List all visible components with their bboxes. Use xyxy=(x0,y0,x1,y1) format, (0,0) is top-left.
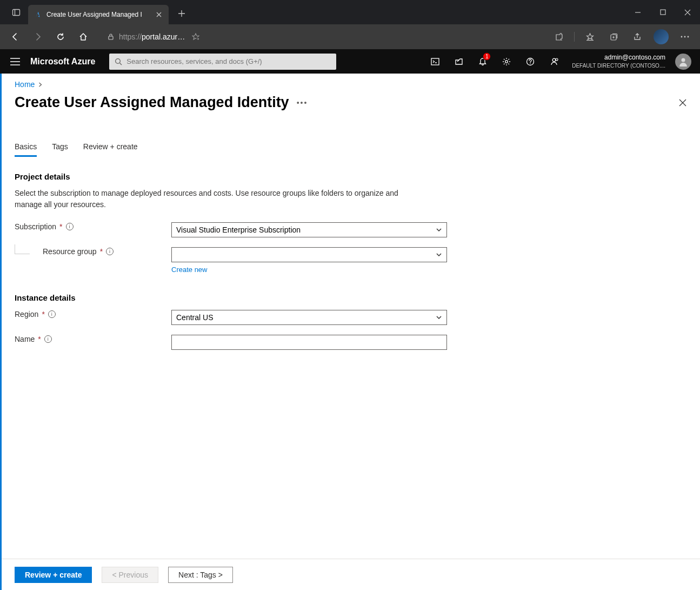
project-details-description: Select the subscription to manage deploy… xyxy=(15,188,425,210)
svg-rect-2 xyxy=(661,10,665,15)
azure-favicon-icon xyxy=(34,10,42,19)
share-icon[interactable] xyxy=(626,26,648,48)
azure-search[interactable] xyxy=(109,54,336,70)
svg-point-15 xyxy=(682,58,685,62)
azure-toolbar: 1 admin@contoso.com DEFAULT DIRECTORY (C… xyxy=(426,52,691,71)
browser-titlebar: Create User Assigned Managed I xyxy=(0,0,700,24)
tab-title: Create User Assigned Managed I xyxy=(46,11,150,18)
required-asterisk: * xyxy=(100,247,103,256)
create-new-link[interactable]: Create new xyxy=(171,266,447,274)
tab-sidebar-button[interactable] xyxy=(4,1,28,24)
svg-rect-0 xyxy=(13,10,20,16)
tab-tags[interactable]: Tags xyxy=(52,142,68,157)
nav-home-button[interactable] xyxy=(72,26,94,48)
resource-group-row: Resource group * i Create new xyxy=(15,247,687,274)
instance-details-heading: Instance details xyxy=(15,293,687,302)
resource-group-label: Resource group * i xyxy=(15,247,171,256)
svg-point-13 xyxy=(552,58,556,62)
region-row: Region * i Central US xyxy=(15,310,687,325)
info-icon[interactable]: i xyxy=(106,248,114,255)
toolbar-divider xyxy=(574,32,575,42)
close-blade-button[interactable] xyxy=(678,98,687,107)
resource-group-dropdown[interactable] xyxy=(171,247,447,262)
next-button[interactable]: Next : Tags > xyxy=(168,567,233,583)
nav-forward-button[interactable] xyxy=(27,26,49,48)
subscription-dropdown[interactable]: Visual Studio Enterprise Subscription xyxy=(171,222,447,237)
browser-tab[interactable]: Create User Assigned Managed I xyxy=(28,5,169,24)
settings-icon[interactable] xyxy=(497,52,516,71)
indent-line xyxy=(15,244,30,254)
window-close-button[interactable] xyxy=(675,0,700,24)
name-row: Name * i xyxy=(15,335,687,350)
project-details-heading: Project details xyxy=(15,172,687,181)
azure-brand[interactable]: Microsoft Azure xyxy=(30,57,95,67)
account-avatar[interactable] xyxy=(675,54,691,70)
window-minimize-button[interactable] xyxy=(625,0,650,24)
window-maximize-button[interactable] xyxy=(650,0,675,24)
region-dropdown[interactable]: Central US xyxy=(171,310,447,325)
lock-icon xyxy=(107,33,115,41)
svg-point-9 xyxy=(116,58,121,63)
cloud-shell-icon[interactable] xyxy=(426,52,444,71)
form-tabs: Basics Tags Review + create xyxy=(15,142,687,157)
account-email: admin@contoso.com xyxy=(572,54,665,62)
nav-refresh-button[interactable] xyxy=(50,26,71,48)
browser-menu-button[interactable] xyxy=(674,26,696,48)
region-label: Region * i xyxy=(15,310,171,319)
portal-menu-button[interactable] xyxy=(9,58,22,65)
toolbar-right xyxy=(548,26,696,48)
page-head: Create User Assigned Managed Identity ••… xyxy=(15,94,687,111)
nav-back-button[interactable] xyxy=(4,26,26,48)
name-label: Name * i xyxy=(15,335,171,343)
new-tab-button[interactable] xyxy=(173,5,190,22)
tab-strip: Create User Assigned Managed I xyxy=(0,0,190,24)
breadcrumb: Home xyxy=(15,80,687,89)
chevron-down-icon xyxy=(436,227,442,233)
tab-close-button[interactable] xyxy=(155,10,163,19)
svg-rect-3 xyxy=(109,36,113,39)
window-controls xyxy=(625,0,700,24)
collections-icon[interactable] xyxy=(603,26,624,48)
required-asterisk: * xyxy=(59,222,62,231)
chevron-right-icon xyxy=(38,82,43,87)
svg-point-7 xyxy=(684,36,686,38)
feedback-icon[interactable] xyxy=(545,52,563,71)
name-input[interactable] xyxy=(171,335,447,350)
help-icon[interactable] xyxy=(521,52,539,71)
more-actions-button[interactable]: ••• xyxy=(297,98,308,107)
svg-point-6 xyxy=(681,36,683,38)
favorite-add-icon[interactable] xyxy=(189,26,202,48)
account-directory: DEFAULT DIRECTORY (CONTOSO.... xyxy=(572,62,665,69)
favorites-icon[interactable] xyxy=(579,26,601,48)
info-icon[interactable]: i xyxy=(44,335,52,343)
svg-point-11 xyxy=(505,60,508,63)
subscription-value: Visual Studio Enterprise Subscription xyxy=(176,226,301,234)
svg-point-8 xyxy=(688,36,689,38)
review-create-button[interactable]: Review + create xyxy=(15,567,92,583)
required-asterisk: * xyxy=(38,335,41,343)
svg-point-14 xyxy=(556,58,558,61)
search-input[interactable] xyxy=(126,57,331,65)
tab-review-create[interactable]: Review + create xyxy=(83,142,138,157)
profile-avatar[interactable] xyxy=(654,29,669,44)
chevron-down-icon xyxy=(436,314,442,321)
page-title: Create User Assigned Managed Identity xyxy=(15,94,289,111)
subscription-row: Subscription * i Visual Studio Enterpris… xyxy=(15,222,687,237)
breadcrumb-home[interactable]: Home xyxy=(15,80,35,89)
info-icon[interactable]: i xyxy=(48,310,56,318)
wizard-footer: Review + create < Previous Next : Tags > xyxy=(2,559,700,590)
browser-toolbar: https://portal.azur… xyxy=(0,24,700,49)
directories-icon[interactable] xyxy=(450,52,468,71)
region-value: Central US xyxy=(176,313,213,322)
url-box[interactable]: https://portal.azur… xyxy=(101,28,209,45)
info-icon[interactable]: i xyxy=(66,223,74,230)
search-icon xyxy=(115,58,122,65)
tab-basics[interactable]: Basics xyxy=(15,142,37,157)
content-wrap: Home Create User Assigned Managed Identi… xyxy=(0,74,700,590)
notifications-icon[interactable]: 1 xyxy=(474,52,492,71)
url-text: https://portal.azur… xyxy=(119,32,185,41)
previous-button: < Previous xyxy=(102,567,158,583)
subscription-label: Subscription * i xyxy=(15,222,171,231)
account-info[interactable]: admin@contoso.com DEFAULT DIRECTORY (CON… xyxy=(572,54,665,69)
extensions-icon[interactable] xyxy=(548,26,570,48)
